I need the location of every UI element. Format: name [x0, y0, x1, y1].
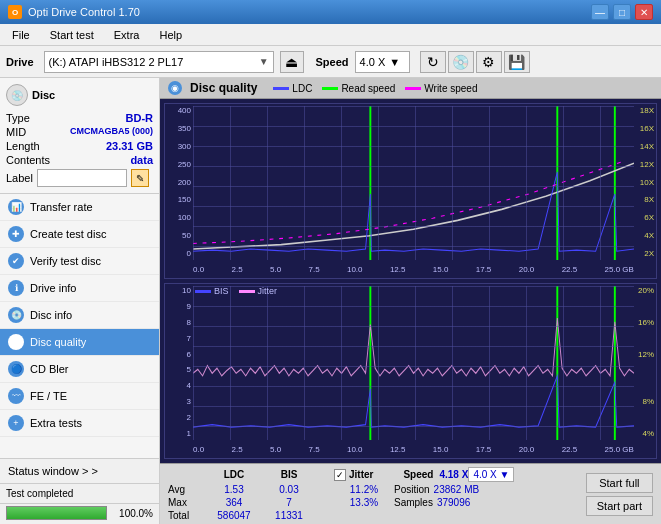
start-full-button[interactable]: Start full: [586, 473, 653, 493]
x-10: 10.0: [347, 265, 363, 274]
x-12.5: 12.5: [390, 265, 406, 274]
stats-max-speed-val: 379096: [437, 497, 470, 508]
y-label-4x: 4X: [634, 231, 656, 240]
sidebar-item-disc-quality-label: Disc quality: [30, 336, 86, 348]
disc-length-label: Length: [6, 140, 40, 152]
refresh-button[interactable]: ↻: [420, 51, 446, 73]
stats-avg-jitter: 11.2%: [334, 484, 394, 495]
legend-ldc: LDC: [273, 83, 312, 94]
titlebar: O Opti Drive Control 1.70 — □ ✕: [0, 0, 661, 24]
sidebar-item-extra-tests[interactable]: + Extra tests: [0, 410, 159, 437]
disc-type-value: BD-R: [126, 112, 154, 124]
disc-length-value: 23.31 GB: [106, 140, 153, 152]
eject-button[interactable]: ⏏: [280, 51, 304, 73]
titlebar-left: O Opti Drive Control 1.70: [8, 5, 140, 19]
y-label-10x: 10X: [634, 178, 656, 187]
disc-label-input[interactable]: [37, 169, 127, 187]
drive-selector[interactable]: (K:) ATAPI iHBS312 2 PL17 ▼: [44, 51, 274, 73]
stats-max-ldc: 364: [204, 497, 264, 508]
by-2: 2: [165, 413, 193, 422]
top-chart: 400 350 300 250 200 150 100 50 0 18X 16X…: [164, 103, 657, 279]
disc-mid-field: MID CMCMAGBA5 (000): [6, 126, 153, 138]
y-label-250: 250: [165, 160, 193, 169]
right-panel: ◉ Disc quality LDC Read speed Write spee…: [160, 78, 661, 524]
minimize-button[interactable]: —: [591, 4, 609, 20]
write-speed-color-swatch: [405, 87, 421, 90]
top-chart-legend: LDC Read speed Write speed: [273, 83, 477, 94]
sidebar-item-create-test-disc[interactable]: ✚ Create test disc: [0, 221, 159, 248]
app-icon: O: [8, 5, 22, 19]
progress-bar-area: Test completed: [0, 483, 159, 503]
disc-icon: 💿: [6, 84, 28, 106]
y-label-50: 50: [165, 231, 193, 240]
sidebar-item-drive-info[interactable]: ℹ Drive info: [0, 275, 159, 302]
y-label-0: 0: [165, 249, 193, 258]
sidebar-item-extra-tests-label: Extra tests: [30, 417, 82, 429]
x-15: 15.0: [433, 265, 449, 274]
jitter-label: Jitter: [349, 469, 373, 480]
sidebar-item-verify-test-disc[interactable]: ✔ Verify test disc: [0, 248, 159, 275]
drive-select-text: (K:) ATAPI iHBS312 2 PL17: [49, 56, 255, 68]
chevron-down-icon: ▼: [259, 56, 269, 67]
y-label-12x: 12X: [634, 160, 656, 169]
x-5: 5.0: [270, 265, 281, 274]
toolbar-buttons: ↻ 💿 ⚙ 💾: [420, 51, 530, 73]
start-part-button[interactable]: Start part: [586, 496, 653, 516]
x-17.5: 17.5: [476, 265, 492, 274]
stats-total-label: Total: [168, 510, 204, 521]
speed-value: 4.0 X: [360, 56, 386, 68]
bx-22.5: 22.5: [562, 445, 578, 454]
stats-avg-row: Avg 1.53 0.03 11.2% Position 23862 MB: [168, 484, 578, 495]
x-7.5: 7.5: [308, 265, 319, 274]
top-chart-plot: [193, 106, 634, 260]
y-label-200: 200: [165, 178, 193, 187]
bx-2.5: 2.5: [231, 445, 242, 454]
stats-total-ldc: 586047: [204, 510, 264, 521]
stats-total-row: Total 586047 11331: [168, 510, 578, 521]
disc-button[interactable]: 💿: [448, 51, 474, 73]
bis-color-swatch: [195, 290, 211, 293]
speed-label: Speed: [316, 56, 349, 68]
extra-tests-icon: +: [8, 415, 24, 431]
speed-selector[interactable]: 4.0 X ▼: [355, 51, 410, 73]
sidebar-item-create-test-disc-label: Create test disc: [30, 228, 106, 240]
menu-file[interactable]: File: [6, 27, 36, 43]
menu-help[interactable]: Help: [153, 27, 188, 43]
progress-bar-row: 100.0%: [0, 503, 159, 524]
stats-avg-label: Avg: [168, 484, 204, 495]
sidebar-item-disc-quality[interactable]: ★ Disc quality: [0, 329, 159, 356]
jitter-color-swatch: [239, 290, 255, 293]
menu-extra[interactable]: Extra: [108, 27, 146, 43]
by-20pct: 20%: [634, 286, 656, 295]
sidebar-item-transfer-rate[interactable]: 📊 Transfer rate: [0, 194, 159, 221]
disc-label-button[interactable]: ✎: [131, 169, 149, 187]
progress-percent: 100.0%: [113, 508, 153, 519]
bottom-chart-y-right: 20% 16% 12% 8% 4%: [634, 284, 656, 440]
menu-start-test[interactable]: Start test: [44, 27, 100, 43]
charts-area: 400 350 300 250 200 150 100 50 0 18X 16X…: [160, 99, 661, 463]
speed-select-right[interactable]: 4.0 X ▼: [468, 467, 514, 482]
sidebar-item-cd-bler[interactable]: 🔵 CD Bler: [0, 356, 159, 383]
jitter-checkbox[interactable]: ✓: [334, 469, 346, 481]
settings-button[interactable]: ⚙: [476, 51, 502, 73]
bx-7.5: 7.5: [308, 445, 319, 454]
chart-icon: ◉: [168, 81, 182, 95]
save-button[interactable]: 💾: [504, 51, 530, 73]
fe-te-icon: 〰: [8, 388, 24, 404]
by-5: 5: [165, 365, 193, 374]
close-button[interactable]: ✕: [635, 4, 653, 20]
bottom-chart-x-axis: 0.0 2.5 5.0 7.5 10.0 12.5 15.0 17.5 20.0…: [193, 440, 634, 458]
sidebar-item-disc-info[interactable]: 💿 Disc info: [0, 302, 159, 329]
chart-header: ◉ Disc quality LDC Read speed Write spee…: [160, 78, 661, 99]
stats-max-jitter: 13.3%: [334, 497, 394, 508]
sidebar-item-fe-te[interactable]: 〰 FE / TE: [0, 383, 159, 410]
status-window-button[interactable]: Status window > >: [0, 458, 159, 483]
disc-type-label: Type: [6, 112, 30, 124]
verify-test-disc-icon: ✔: [8, 253, 24, 269]
legend-write-speed-label: Write speed: [424, 83, 477, 94]
jitter-checkbox-group: ✓ Jitter: [334, 469, 373, 481]
disc-contents-field: Contents data: [6, 154, 153, 166]
maximize-button[interactable]: □: [613, 4, 631, 20]
disc-mid-label: MID: [6, 126, 26, 138]
y-label-300: 300: [165, 142, 193, 151]
